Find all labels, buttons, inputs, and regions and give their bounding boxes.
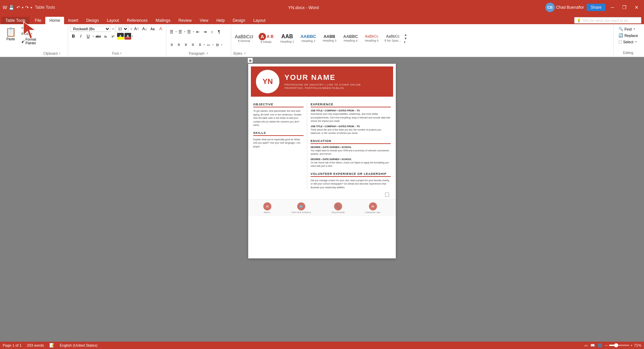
style-heading4[interactable]: AABBC Heading 4	[340, 33, 361, 43]
tab-home[interactable]: Home	[45, 17, 64, 24]
zoom-out-btn[interactable]: ─	[605, 343, 608, 347]
customize-qa-btn[interactable]: ▾	[31, 6, 32, 9]
minimize-btn[interactable]: ─	[608, 3, 617, 11]
document-title: YN.docx - Word	[62, 5, 545, 10]
style-heading2[interactable]: AABBC Heading 2	[298, 33, 318, 44]
sort-button[interactable]: ↕	[209, 29, 215, 35]
redo-btn[interactable]: ↷	[24, 4, 30, 11]
style-normal[interactable]: AaBbCcI ¶ Normal	[233, 33, 255, 44]
tab-layout2[interactable]: Layout	[249, 17, 269, 24]
replace-button[interactable]: 🔄 Replace	[616, 33, 640, 38]
paste-button[interactable]: 📋 Paste	[3, 26, 19, 55]
styles-scroll-down[interactable]: ▼	[404, 37, 407, 40]
shrink-font-button[interactable]: A↓	[141, 26, 148, 32]
style-initials[interactable]: A A B ¶ Initials	[256, 32, 276, 45]
style-no-spacing[interactable]: AaBbCc ¶ No Spac...	[383, 33, 403, 43]
style-normal-label: ¶ Normal	[238, 39, 250, 43]
tab-review[interactable]: Review	[174, 17, 196, 24]
styles-expand-icon[interactable]: ↗	[244, 52, 246, 55]
read-view-icon[interactable]: 📖	[590, 343, 595, 348]
font-name-selector[interactable]: Rockwell (Bo	[70, 26, 110, 32]
tab-help[interactable]: Help	[212, 17, 229, 24]
decrease-indent-button[interactable]: ⇤	[195, 29, 201, 35]
font-size-dropdown[interactable]: ▾	[130, 28, 132, 31]
align-right-button[interactable]: ≡	[182, 41, 189, 48]
education-title: EDUCATION	[311, 139, 391, 144]
superscript-button[interactable]: x²	[110, 33, 116, 40]
copy-button[interactable]: ⎘ Copy	[20, 31, 38, 36]
italic-button[interactable]: I	[77, 33, 84, 40]
style-heading3[interactable]: AABB Heading 3	[319, 33, 339, 43]
select-button[interactable]: ⬚ Select ▾	[616, 39, 640, 45]
save-btn[interactable]: 💾	[8, 4, 15, 11]
table-move-button[interactable]: ⊕	[248, 58, 253, 63]
tell-me-input[interactable]: 💡 Tell me what you want to do	[574, 17, 641, 23]
borders-button[interactable]: ⊟	[214, 41, 221, 48]
tab-layout[interactable]: Layout	[103, 17, 123, 24]
zoom-slider-thumb[interactable]	[614, 343, 618, 347]
highlight-button[interactable]: A	[117, 33, 124, 40]
select-dropdown[interactable]: ▾	[635, 40, 637, 43]
font-name-dropdown[interactable]: ▾	[112, 28, 114, 31]
close-btn[interactable]: ✕	[632, 3, 641, 11]
tab-design2[interactable]: Design	[229, 17, 249, 24]
quick-access-toolbar: W 💾 ↶ ▾ ↷ ▾	[3, 4, 32, 11]
font-expand-icon[interactable]: ↗	[119, 52, 122, 55]
show-hide-button[interactable]: ¶	[216, 29, 222, 35]
tab-file[interactable]: File	[31, 17, 45, 24]
tab-mailings[interactable]: Mailings	[152, 17, 174, 24]
bold-button[interactable]: B	[70, 33, 77, 40]
line-spacing-button[interactable]: ≡	[197, 41, 203, 48]
increase-indent-button[interactable]: ⇥	[202, 29, 208, 35]
styles-group: AaBbCcI ¶ Normal A A B ¶ Initials AAB He…	[231, 25, 614, 56]
style-heading1[interactable]: AAB Heading 1	[277, 32, 297, 44]
lightbulb-icon: 💡	[577, 18, 581, 22]
restore-btn[interactable]: ❐	[620, 3, 629, 11]
document-area[interactable]: ⊕ YN YOUR NAME PROFESSION OR INDUSTRY | …	[0, 57, 644, 342]
tab-references[interactable]: References	[123, 17, 152, 24]
content-checkbox[interactable]	[385, 193, 389, 197]
numbering-button[interactable]: ☰	[177, 29, 184, 35]
style-heading5[interactable]: AaBbCc Heading 5	[362, 33, 382, 43]
change-case-button[interactable]: Aa	[149, 26, 156, 32]
justify-button[interactable]: ≡	[190, 41, 196, 48]
cut-button[interactable]: ✂ Cut	[20, 26, 38, 31]
resume-name-area: YOUR NAME PROFESSION OR INDUSTRY | LINK …	[279, 73, 388, 90]
document-page: ⊕ YN YOUR NAME PROFESSION OR INDUSTRY | …	[248, 64, 396, 258]
shading-button[interactable]: ▭	[205, 41, 212, 48]
objective-title: OBJECTIVE	[253, 103, 304, 107]
strikethrough-button[interactable]: abc	[95, 33, 102, 40]
footer-email: ✉ EMAIL	[263, 202, 271, 213]
tab-insert[interactable]: Insert	[64, 17, 82, 24]
format-painter-button[interactable]: 🖌 Format Painter	[20, 37, 38, 46]
tab-design[interactable]: Design	[82, 17, 103, 24]
clear-formatting-button[interactable]: A	[157, 26, 164, 32]
font-group-label: Font	[112, 52, 119, 55]
share-button[interactable]: Share	[587, 4, 605, 11]
style-heading4-label: Heading 4	[344, 39, 358, 42]
align-center-button[interactable]: ≡	[175, 41, 182, 48]
font-size-selector[interactable]: 11	[115, 26, 128, 32]
web-view-icon[interactable]: 🌐	[598, 343, 602, 348]
zoom-in-btn[interactable]: +	[631, 343, 633, 347]
tab-view[interactable]: View	[196, 17, 212, 24]
clipboard-expand-icon[interactable]: ↗	[58, 52, 61, 55]
layout-view-icon[interactable]: ▭	[584, 343, 588, 348]
underline-button[interactable]: U	[85, 33, 92, 40]
multilevel-button[interactable]: ☰	[186, 29, 193, 35]
subscript-button[interactable]: x₂	[102, 33, 109, 40]
language[interactable]: English (United States)	[60, 343, 98, 347]
paragraph-expand-icon[interactable]: ↗	[206, 52, 208, 55]
zoom-control[interactable]: ─ + 71%	[605, 343, 641, 347]
find-button[interactable]: 🔍 Find ▾	[616, 26, 640, 32]
align-left-button[interactable]: ≡	[168, 41, 175, 48]
styles-expand[interactable]: ▾	[404, 40, 407, 44]
undo-arrow[interactable]: ▾	[22, 6, 23, 9]
font-color-button[interactable]: A	[124, 33, 131, 40]
grow-font-button[interactable]: A↑	[133, 26, 140, 32]
undo-btn[interactable]: ↶	[16, 4, 21, 11]
bullets-button[interactable]: ☰	[168, 29, 175, 35]
find-dropdown[interactable]: ▾	[634, 28, 635, 31]
styles-scroll-up[interactable]: ▲	[404, 33, 407, 37]
spelling-check-icon[interactable]: 📝	[49, 343, 54, 348]
